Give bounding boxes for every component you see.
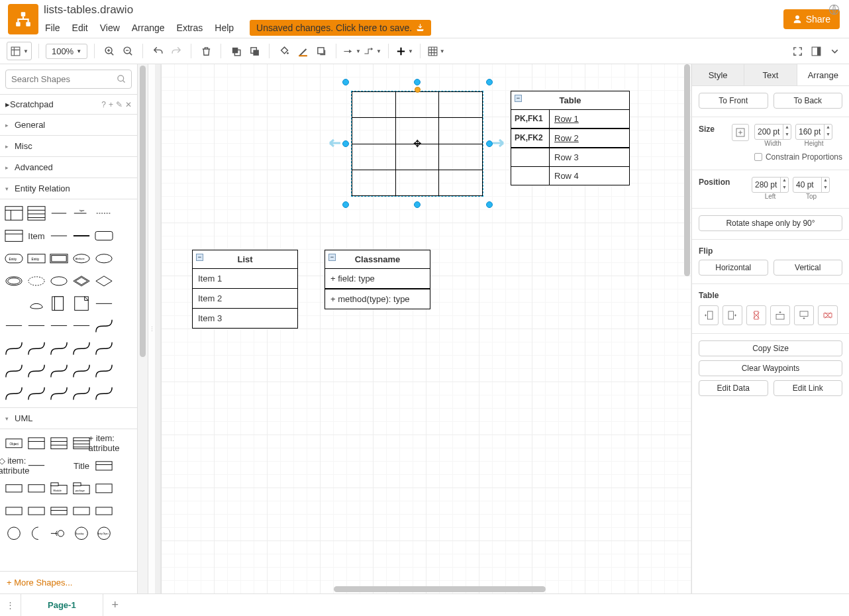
table-cell[interactable]: Row 4 [550,167,629,185]
shape-thumb[interactable] [26,271,46,291]
add-page-button[interactable]: + [103,594,127,616]
search-shapes-input[interactable] [5,70,132,89]
edit-link-button[interactable]: Edit Link [774,380,843,396]
menu-view[interactable]: View [100,23,120,33]
rotation-handle[interactable] [415,87,421,93]
scratchpad-header[interactable]: ▸ Scratchpad ? + ✎ ✕ [0,94,137,115]
shape-thumb[interactable]: Object [4,433,24,453]
shape-thumb[interactable]: type [72,203,91,223]
shape-thumb[interactable]: package [72,478,91,498]
autosize-button[interactable] [732,124,749,141]
canvas-vscrollbar[interactable] [682,64,691,584]
top-input[interactable]: 40 pt▲▼ [793,177,830,193]
shape-thumb[interactable] [94,384,114,403]
shape-thumb[interactable] [4,271,24,291]
insert-row-above-button[interactable] [770,305,790,325]
shape-thumb[interactable] [4,226,24,246]
shape-thumb[interactable] [72,338,91,358]
shape-thumb[interactable] [26,338,46,358]
selection-handle[interactable] [414,201,421,208]
width-input[interactable]: 200 pt▲▼ [754,124,791,140]
table-shape[interactable]: −Table PK,FK1Row 1 PK,FK2Row 2 Row 3 Row… [511,91,630,185]
shape-thumb[interactable]: Attribute [72,248,91,268]
shape-thumb[interactable]: + item: attribute [94,433,114,453]
delete-row-button[interactable] [818,305,838,325]
splitter[interactable]: ⋮ [148,64,155,593]
constrain-checkbox[interactable]: Constrain Proportions [699,152,842,162]
delete-column-button[interactable] [746,305,766,325]
list-item[interactable]: Item 2 [193,289,297,309]
shape-thumb[interactable] [49,384,69,403]
rotate-button[interactable]: Rotate shape only by 90° [699,215,842,231]
shape-thumb[interactable] [72,361,91,381]
zoom-in-button[interactable] [101,42,117,60]
add-icon[interactable]: + [109,100,113,109]
help-icon[interactable]: ? [101,100,106,109]
shape-thumb[interactable] [72,271,91,291]
line-color-button[interactable] [295,42,311,60]
shape-thumb[interactable] [49,203,69,223]
fill-color-button[interactable] [276,42,292,60]
shape-thumb[interactable] [26,456,46,476]
height-input[interactable]: 160 pt▲▼ [795,124,832,140]
unsaved-notice[interactable]: Unsaved changes. Click here to save. [250,20,431,36]
shape-thumb[interactable]: ◇ item: attribute [4,456,24,476]
tab-style[interactable]: Style [692,64,744,85]
menu-arrange[interactable]: Arrange [132,23,165,33]
shape-thumb[interactable] [94,226,114,246]
menu-help[interactable]: Help [215,23,234,33]
direction-arrow-left[interactable] [323,136,342,150]
class-field[interactable]: + field: type [325,269,430,289]
shape-thumb[interactable] [49,361,69,381]
shape-thumb[interactable] [49,338,69,358]
shape-thumb[interactable] [94,203,114,223]
to-back-button[interactable] [246,42,262,60]
shape-thumb[interactable] [26,523,46,543]
shape-thumb[interactable]: Entity Object [94,523,114,543]
redo-button[interactable] [168,42,184,60]
selection-handle[interactable] [342,140,349,147]
zoom-out-button[interactable] [120,42,136,60]
fullscreen-button[interactable] [789,42,805,60]
shape-thumb[interactable] [4,523,24,543]
category-entity-relation[interactable]: ▾Entity Relation [0,178,137,199]
table-cell[interactable]: Row 3 [550,148,629,166]
insert-row-below-button[interactable] [794,305,814,325]
shape-thumb[interactable]: Title [72,456,91,476]
shape-thumb[interactable] [4,203,24,223]
insert-column-left-button[interactable] [699,305,719,325]
language-icon[interactable] [828,4,840,15]
list-item[interactable]: Item 3 [193,309,297,328]
shape-thumb[interactable] [72,501,91,521]
shape-thumb[interactable] [94,316,114,336]
shape-thumb[interactable] [94,338,114,358]
list-item[interactable]: Item 1 [193,269,297,289]
class-shape[interactable]: −Classname + field: type + method(type):… [325,250,430,309]
category-misc[interactable]: ▸Misc [0,136,137,157]
edit-icon[interactable]: ✎ [116,100,123,109]
left-panel-scrollbar[interactable] [138,64,148,593]
shape-thumb[interactable] [94,271,114,291]
shape-thumb[interactable] [49,433,69,453]
shape-thumb[interactable] [94,293,114,313]
shape-thumb[interactable] [26,433,46,453]
shape-thumb[interactable] [94,478,114,498]
shape-thumb[interactable] [49,248,69,268]
shape-thumb[interactable] [4,361,24,381]
to-back-button[interactable]: To Back [774,93,843,109]
list-shape[interactable]: −List Item 1 Item 2 Item 3 [192,250,298,329]
selected-table-shape[interactable]: ✥ [351,91,483,197]
grid-insert-button[interactable]: ▼ [427,42,445,60]
edit-data-button[interactable]: Edit Data [699,380,768,396]
connection-button[interactable]: ▼ [343,42,361,60]
menu-extras[interactable]: Extras [177,23,203,33]
category-general[interactable]: ▸General [0,115,137,136]
close-icon[interactable]: ✕ [125,100,132,109]
copy-size-button[interactable]: Copy Size [699,340,842,356]
insert-button[interactable]: ▼ [395,42,413,60]
shape-thumb[interactable] [49,501,69,521]
shape-thumb[interactable] [26,478,46,498]
tab-arrange[interactable]: Arrange [797,64,849,85]
shadow-button[interactable] [313,42,329,60]
selection-handle[interactable] [486,79,493,85]
